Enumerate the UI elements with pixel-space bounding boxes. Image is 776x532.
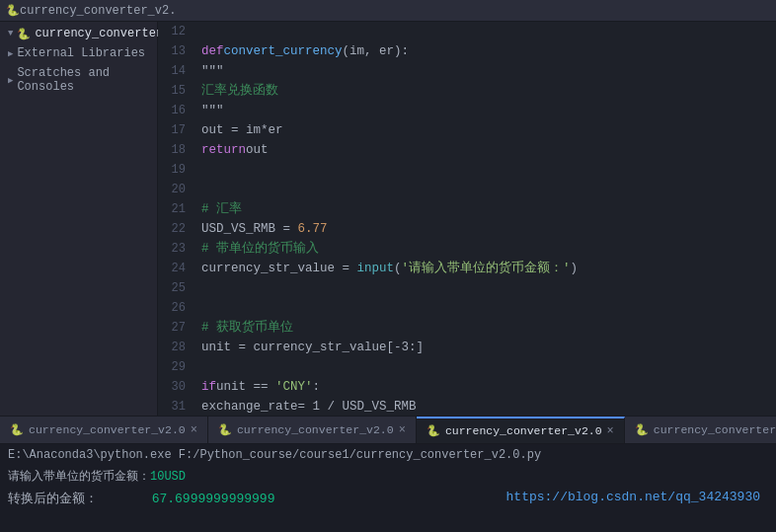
line-number: 21 [158, 199, 186, 219]
sidebar-arrow-project: ▼ [8, 29, 13, 38]
line-number: 18 [158, 140, 186, 160]
tab-file-icon: 🐍 [635, 423, 649, 436]
code-line: if unit == 'CNY': [201, 377, 776, 397]
tab-file-icon: 🐍 [427, 424, 440, 437]
line-number: 14 [158, 61, 186, 81]
console-input-value: 10USD [150, 470, 186, 484]
code-line [201, 298, 776, 318]
line-number: 17 [158, 120, 186, 140]
sidebar-item-libraries[interactable]: ▶ External Libraries [0, 43, 157, 63]
tab-close-icon[interactable]: × [399, 423, 406, 437]
tab-label: currency_converter_v2.0 [237, 423, 394, 436]
line-number: 31 [158, 397, 186, 416]
console-result-line: 转换后的金额： 67.6999999999999 https://blog.cs… [0, 488, 776, 509]
line-number: 23 [158, 239, 186, 259]
console-result-value [106, 492, 144, 506]
tab-label: currency_converter_v2.0 [654, 423, 776, 436]
console-input-label: 请输入带单位的货币金额： [8, 470, 150, 484]
tab-3[interactable]: 🐍currency_converter_v2.0× [625, 417, 776, 444]
code-line [201, 180, 776, 199]
line-numbers: 1213141516171819202122232425262728293031… [158, 22, 195, 416]
sidebar-file-icon-project: 🐍 [17, 28, 31, 40]
sidebar: ▼ 🐍 currency_converter_v2. ▶ External Li… [0, 22, 158, 416]
code-line: unit = currency_str_value[-3:] [201, 338, 776, 357]
code-line: USD_VS_RMB = 6.77 [201, 219, 776, 239]
line-number: 28 [158, 338, 186, 357]
tab-close-icon[interactable]: × [607, 424, 614, 438]
line-number: 19 [158, 160, 186, 180]
sidebar-item-label-libraries: External Libraries [17, 46, 145, 60]
line-number: 27 [158, 318, 186, 338]
sidebar-item-scratches[interactable]: ▶ Scratches and Consoles [0, 63, 157, 97]
code-line: def convert_currency(im, er): [201, 41, 776, 61]
code-line: # 带单位的货币输入 [201, 239, 776, 259]
code-line: exchange_rate= 1 / USD_VS_RMB [201, 397, 776, 416]
top-bar: 🐍 currency_converter_v2. [0, 0, 776, 22]
code-area: 1213141516171819202122232425262728293031… [158, 22, 776, 416]
tab-2[interactable]: 🐍currency_converter_v2.0× [417, 417, 625, 444]
tab-label: currency_converter_v2.0 [445, 424, 602, 437]
tab-0[interactable]: 🐍currency_converter_v2.0× [0, 417, 208, 444]
code-line: currency_str_value = input('请输入带单位的货币金额：… [201, 259, 776, 278]
code-line: # 获取货币单位 [201, 318, 776, 338]
code-content[interactable]: def convert_currency(im, er): """ 汇率兑换函数… [195, 22, 776, 416]
console-result-label: 转换后的金额： [8, 492, 98, 506]
top-bar-title: currency_converter_v2. [20, 4, 176, 18]
code-line: out = im*er [201, 120, 776, 140]
bottom-tabs: 🐍currency_converter_v2.0×🐍currency_conve… [0, 416, 776, 443]
console-input-line: 请输入带单位的货币金额：10USD [0, 466, 776, 488]
line-number: 24 [158, 259, 186, 278]
top-bar-file-icon: 🐍 [6, 4, 20, 17]
line-number: 13 [158, 41, 186, 61]
console-result-text: 转换后的金额： 67.6999999999999 [8, 490, 274, 507]
sidebar-arrow-libraries: ▶ [8, 48, 13, 59]
line-number: 25 [158, 278, 186, 298]
line-number: 12 [158, 22, 186, 41]
console-area: E:\Anaconda3\python.exe F:/Python_course… [0, 443, 776, 532]
sidebar-item-label-scratches: Scratches and Consoles [17, 66, 149, 94]
sidebar-arrow-scratches: ▶ [8, 75, 13, 86]
tab-1[interactable]: 🐍currency_converter_v2.0× [208, 417, 417, 444]
code-line [201, 22, 776, 41]
tab-file-icon: 🐍 [10, 423, 24, 436]
code-line: """ [201, 101, 776, 120]
code-line: return out [201, 140, 776, 160]
line-number: 20 [158, 180, 186, 199]
sidebar-item-project[interactable]: ▼ 🐍 currency_converter_v2. [0, 24, 157, 43]
console-result-number: 67.6999999999999 [152, 492, 275, 506]
line-number: 15 [158, 81, 186, 101]
line-number: 29 [158, 357, 186, 377]
line-number: 16 [158, 101, 186, 120]
console-path-text: E:\Anaconda3\python.exe F:/Python_course… [8, 448, 541, 462]
tab-close-icon[interactable]: × [191, 423, 197, 437]
tab-file-icon: 🐍 [218, 423, 232, 436]
code-line: # 汇率 [201, 199, 776, 219]
console-link[interactable]: https://blog.csdn.net/qq_34243930 [506, 490, 760, 507]
main-area: ▼ 🐍 currency_converter_v2. ▶ External Li… [0, 22, 776, 416]
line-number: 22 [158, 219, 186, 239]
console-path-line: E:\Anaconda3\python.exe F:/Python_course… [0, 444, 776, 466]
code-line [201, 357, 776, 377]
code-line [201, 160, 776, 180]
line-number: 26 [158, 298, 186, 318]
tab-label: currency_converter_v2.0 [29, 423, 186, 436]
line-number: 30 [158, 377, 186, 397]
code-line: 汇率兑换函数 [201, 81, 776, 101]
code-line [201, 278, 776, 298]
code-line: """ [201, 61, 776, 81]
editor: 1213141516171819202122232425262728293031… [158, 22, 776, 416]
